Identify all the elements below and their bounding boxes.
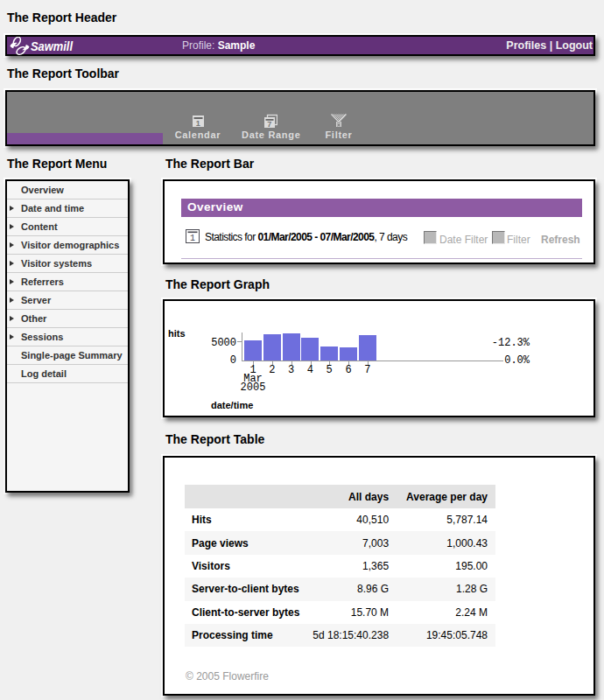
svg-text:7: 7 [267,120,272,129]
svg-text:1: 1 [195,119,200,128]
svg-text:1: 1 [190,234,195,243]
